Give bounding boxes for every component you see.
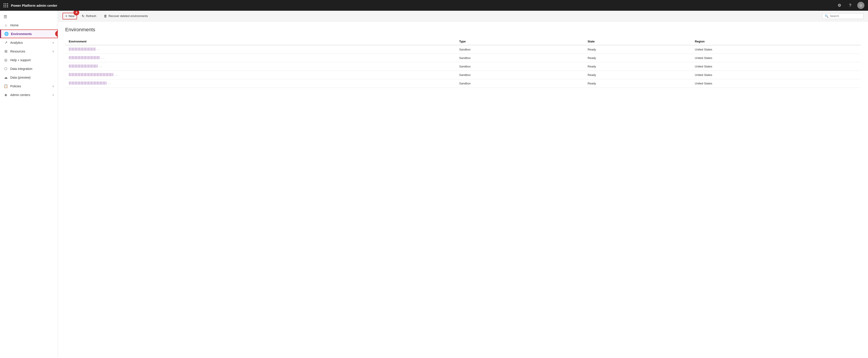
new-label: New [68,14,74,18]
sidebar-item-label: Analytics [10,41,50,44]
avatar[interactable]: U [857,2,864,9]
env-cell-region: United States [691,54,861,62]
recover-button[interactable]: 🗑 Recover deleted environments [101,12,151,20]
env-cell-region: United States [691,79,861,88]
col-type: Type [456,38,584,45]
analytics-icon: ↗ [4,40,8,45]
sidebar-item-environments[interactable]: 🌐 Environments [0,29,58,38]
chevron-down-icon: ∨ [52,93,54,96]
col-environment: Environment [65,38,456,45]
recover-icon: 🗑 [104,14,107,18]
plus-icon: + [65,14,67,18]
sidebar-item-label: Home [10,24,54,27]
env-cell-state: Ready [584,79,691,88]
search-icon: 🔍 [825,14,829,18]
row-context-menu[interactable]: ··· [114,73,118,77]
content-area: Environments Environment Type State Regi… [58,22,868,358]
env-cell-region: United States [691,71,861,79]
table-header-row: Environment Type State Region [65,38,861,45]
refresh-button[interactable]: ↻ Refresh [79,12,99,20]
new-button-wrapper: + New 4 [63,13,77,20]
sidebar-item-label: Help + support [10,58,54,62]
sidebar-item-label: Admin centers [10,93,50,97]
topbar-left: Power Platform admin center [4,3,57,7]
env-cell-type: Sandbox [456,71,584,79]
env-cell-type: Sandbox [456,79,584,88]
chevron-down-icon: ∨ [52,50,54,53]
data-integration-icon: ⬡ [4,66,8,71]
sidebar-item-policies[interactable]: 📋 Policies ∨ [0,82,58,90]
env-cell-name[interactable]: ··· [65,79,456,88]
env-cell-state: Ready [584,62,691,71]
sidebar-item-label: Data integration [10,67,54,70]
row-context-menu[interactable]: ··· [99,65,103,68]
topbar-right: ⚙ ? U [836,2,864,9]
topbar: Power Platform admin center ⚙ ? U [0,0,868,11]
policies-icon: 📋 [4,84,8,88]
env-cell-name[interactable]: ··· [65,62,456,71]
environments-table: Environment Type State Region ··· Sandbo… [65,38,861,88]
sidebar-item-data-integration[interactable]: ⬡ Data integration [0,64,58,73]
main-layout: ☰ ⌂ Home 🌐 Environments 3 ↗ Analytics ∨ … [0,11,868,358]
table-row[interactable]: ··· Sandbox Ready United States [65,62,861,71]
admin-centers-icon: ◈ [4,93,8,97]
environments-icon: 🌐 [4,32,9,36]
resources-icon: ⊞ [4,49,8,53]
data-preview-icon: ☁ [4,75,8,80]
sidebar-item-analytics[interactable]: ↗ Analytics ∨ [0,38,58,47]
sidebar-item-resources[interactable]: ⊞ Resources ∨ [0,47,58,56]
settings-button[interactable]: ⚙ [836,2,843,9]
table-row[interactable]: ··· Sandbox Ready United States [65,45,861,54]
env-cell-region: United States [691,45,861,54]
col-region: Region [691,38,861,45]
row-context-menu[interactable]: ··· [101,56,105,60]
search-box[interactable]: 🔍 [822,13,864,19]
env-cell-region: United States [691,62,861,71]
env-name-blurred [69,82,107,85]
sidebar-item-help-support[interactable]: ◎ Help + support [0,56,58,64]
refresh-icon: ↻ [82,14,85,18]
env-name-blurred [69,56,100,59]
help-button[interactable]: ? [846,2,854,9]
table-row[interactable]: ··· Sandbox Ready United States [65,79,861,88]
env-cell-type: Sandbox [456,62,584,71]
table-row[interactable]: ··· Sandbox Ready United States [65,71,861,79]
env-cell-name[interactable]: ··· [65,54,456,62]
table-row[interactable]: ··· Sandbox Ready United States [65,54,861,62]
hamburger-button[interactable]: ☰ [0,12,58,21]
row-context-menu[interactable]: ··· [107,82,112,85]
env-cell-name[interactable]: ··· [65,45,456,54]
sidebar-item-label: Data (preview) [10,76,54,79]
sidebar-item-label: Environments [11,32,54,36]
home-icon: ⌂ [4,23,8,27]
sidebar-item-home[interactable]: ⌂ Home [0,21,58,29]
toolbar: + New 4 ↻ Refresh 🗑 Recover deleted envi… [58,11,868,22]
page-title: Environments [65,27,861,33]
right-panel: + New 4 ↻ Refresh 🗑 Recover deleted envi… [58,11,868,358]
row-context-menu[interactable]: ··· [96,48,100,51]
refresh-label: Refresh [86,14,96,18]
env-cell-type: Sandbox [456,45,584,54]
col-state: State [584,38,691,45]
recover-label: Recover deleted environments [108,14,148,18]
app-grid-icon[interactable] [4,3,8,7]
env-cell-name[interactable]: ··· [65,71,456,79]
app-title: Power Platform admin center [11,4,57,7]
env-name-blurred [69,64,98,68]
env-cell-state: Ready [584,54,691,62]
help-support-icon: ◎ [4,58,8,62]
sidebar-item-data-preview[interactable]: ☁ Data (preview) [0,73,58,82]
sidebar-item-admin-centers[interactable]: ◈ Admin centers ∨ [0,90,58,99]
toolbar-badge: 4 [73,11,79,16]
chevron-down-icon: ∨ [52,41,54,44]
chevron-down-icon: ∨ [52,85,54,88]
sidebar: ☰ ⌂ Home 🌐 Environments 3 ↗ Analytics ∨ … [0,11,58,358]
env-name-blurred [69,48,96,51]
env-cell-state: Ready [584,71,691,79]
search-input[interactable] [830,14,861,18]
env-cell-state: Ready [584,45,691,54]
sidebar-item-label: Policies [10,84,50,88]
sidebar-item-label: Resources [10,50,50,53]
env-cell-type: Sandbox [456,54,584,62]
sidebar-environments-wrapper: 🌐 Environments 3 [0,29,58,38]
